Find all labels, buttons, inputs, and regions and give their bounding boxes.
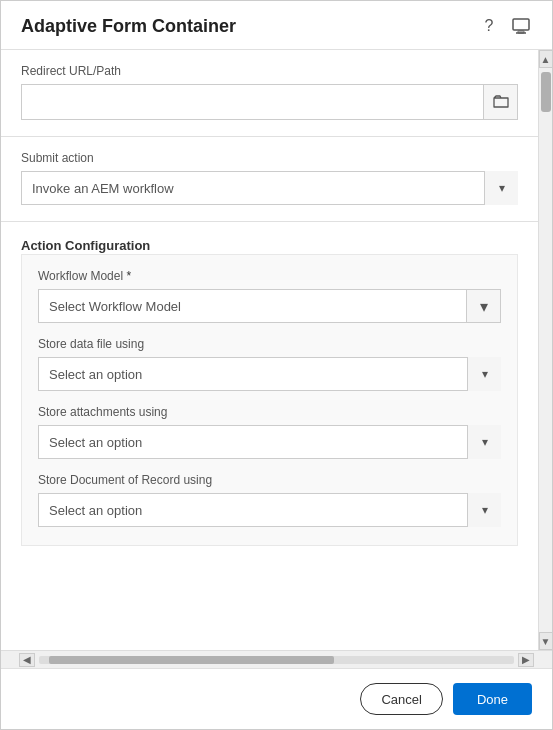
submit-action-select-wrapper: Invoke an AEM workflow Submit to REST en…: [21, 171, 518, 205]
submit-action-label: Submit action: [21, 151, 518, 165]
action-config-inner: Workflow Model Select Workflow Model ▾: [21, 254, 518, 546]
store-data-field-group: Store data file using Select an option ▾: [38, 337, 501, 391]
store-doc-select-wrapper: Select an option ▾: [38, 493, 501, 527]
done-button[interactable]: Done: [453, 683, 532, 715]
scroll-down-arrow[interactable]: ▼: [539, 632, 553, 650]
store-doc-field-group: Store Document of Record using Select an…: [38, 473, 501, 527]
store-data-select[interactable]: Select an option: [38, 357, 501, 391]
store-doc-select[interactable]: Select an option: [38, 493, 501, 527]
store-attachments-select[interactable]: Select an option: [38, 425, 501, 459]
scroll-up-arrow[interactable]: ▲: [539, 50, 553, 68]
svg-rect-0: [513, 19, 529, 30]
responsive-layout-icon[interactable]: [510, 15, 532, 37]
store-attachments-label: Store attachments using: [38, 405, 501, 419]
store-attachments-field-group: Store attachments using Select an option…: [38, 405, 501, 459]
scroll-left-arrow[interactable]: ◀: [19, 653, 35, 667]
content-area: Redirect URL/Path Submit action Invoke: [1, 50, 538, 650]
action-config-title: Action Configuration: [21, 224, 150, 263]
workflow-model-field-group: Workflow Model Select Workflow Model ▾: [38, 269, 501, 323]
redirect-url-label: Redirect URL/Path: [21, 64, 518, 78]
redirect-url-input[interactable]: [22, 85, 483, 119]
workflow-model-select[interactable]: Select Workflow Model: [38, 289, 467, 323]
store-data-label: Store data file using: [38, 337, 501, 351]
submit-action-select[interactable]: Invoke an AEM workflow Submit to REST en…: [21, 171, 518, 205]
dialog-body: Redirect URL/Path Submit action Invoke: [1, 50, 552, 650]
redirect-url-input-wrapper: [21, 84, 518, 120]
store-doc-label: Store Document of Record using: [38, 473, 501, 487]
dialog-title: Adaptive Form Container: [21, 16, 236, 37]
header-icons: ?: [478, 15, 532, 37]
cancel-button[interactable]: Cancel: [360, 683, 442, 715]
submit-action-field-group: Submit action Invoke an AEM workflow Sub…: [21, 137, 518, 205]
workflow-model-label: Workflow Model: [38, 269, 501, 283]
action-config-section: Action Configuration Workflow Model Sele…: [21, 222, 518, 546]
h-scroll-thumb[interactable]: [49, 656, 334, 664]
redirect-url-field-group: Redirect URL/Path: [21, 50, 518, 120]
vertical-scrollbar: ▲ ▼: [538, 50, 552, 650]
workflow-model-row: Select Workflow Model ▾: [38, 289, 501, 323]
workflow-model-dropdown-arrow[interactable]: ▾: [467, 289, 501, 323]
adaptive-form-container-dialog: Adaptive Form Container ? Redirect URL/P…: [0, 0, 553, 730]
horizontal-scrollbar: ◀ ▶: [1, 650, 552, 668]
store-data-select-wrapper: Select an option ▾: [38, 357, 501, 391]
h-scroll-track: [39, 656, 514, 664]
scroll-right-arrow[interactable]: ▶: [518, 653, 534, 667]
workflow-model-select-wrapper: Select Workflow Model: [38, 289, 467, 323]
dialog-header: Adaptive Form Container ?: [1, 1, 552, 50]
dialog-footer: Cancel Done: [1, 668, 552, 729]
browse-icon[interactable]: [483, 85, 517, 119]
help-icon[interactable]: ?: [478, 15, 500, 37]
scroll-thumb[interactable]: [541, 72, 551, 112]
store-attachments-select-wrapper: Select an option ▾: [38, 425, 501, 459]
